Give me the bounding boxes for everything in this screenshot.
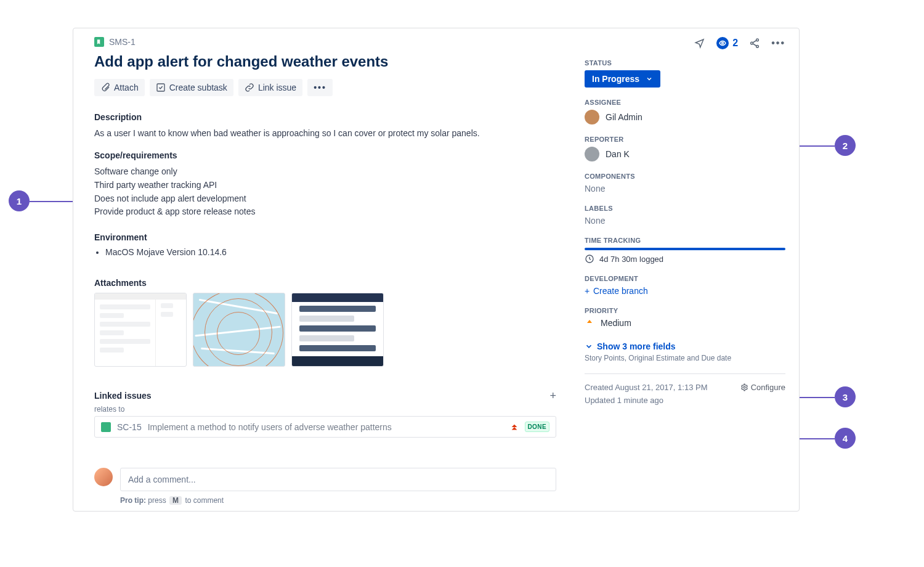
attach-label: Attach [114, 83, 139, 92]
components-value[interactable]: None [585, 184, 785, 194]
configure-button[interactable]: Configure [740, 383, 785, 392]
chevron-down-icon [646, 75, 653, 83]
create-branch-link[interactable]: +Create branch [585, 286, 785, 296]
status-dropdown[interactable]: In Progress [585, 70, 660, 88]
scope-item: Software change only [94, 165, 556, 179]
share-icon[interactable] [749, 38, 760, 49]
updated-date: Updated 1 minute ago [585, 396, 785, 405]
reporter-label: REPORTER [585, 136, 785, 143]
configure-label: Configure [751, 383, 785, 392]
linked-issue-key: SC-15 [117, 422, 142, 432]
link-label: Link issue [258, 83, 296, 92]
clock-icon [585, 254, 594, 264]
linked-issues-heading: Linked issues [94, 391, 152, 401]
created-date: Created August 21, 2017, 1:13 PM [585, 383, 707, 392]
callout-3: 3 [835, 386, 856, 407]
priority-medium-icon [585, 318, 594, 328]
callout-2: 2 [835, 135, 856, 156]
reporter-avatar [585, 147, 599, 161]
description-heading: Description [94, 112, 556, 122]
priority-field[interactable]: Medium [585, 318, 785, 328]
linked-issue-type-icon [101, 422, 111, 432]
priority-label: PRIORITY [585, 307, 785, 314]
development-label: DEVELOPMENT [585, 275, 785, 282]
svg-point-0 [722, 43, 724, 44]
assignee-name: Gil Admin [606, 112, 642, 122]
scope-heading: Scope/requirements [94, 150, 556, 160]
watchers-button[interactable]: 2 [716, 37, 738, 49]
priority-value: Medium [601, 318, 631, 328]
linked-issue-status: DONE [525, 422, 550, 432]
more-toolbar-button[interactable]: ••• [307, 79, 333, 96]
linked-issue-priority-icon [510, 423, 519, 431]
chevron-down-icon [585, 342, 593, 351]
issue-view-window: 2 ••• SMS-1 Add app alert for changed we… [73, 28, 800, 512]
comment-pro-tip: Pro tip: press M to comment [120, 496, 556, 505]
timetracking-label: TIME TRACKING [585, 237, 785, 244]
watchers-count: 2 [732, 38, 738, 49]
environment-heading: Environment [94, 232, 556, 242]
reporter-name: Dan K [606, 149, 630, 159]
callout-4-lead [795, 438, 835, 439]
scope-list[interactable]: Software change only Third party weather… [94, 165, 556, 219]
comment-area: Add a comment... Pro tip: press M to com… [94, 468, 556, 505]
show-more-hint: Story Points, Original Estimate and Due … [585, 354, 785, 362]
issue-type-icon [94, 37, 104, 47]
labels-value[interactable]: None [585, 216, 785, 226]
sidebar-divider [585, 373, 785, 374]
callout-1: 1 [9, 190, 30, 211]
scope-item: Provide product & app store release note… [94, 205, 556, 219]
attach-button[interactable]: Attach [94, 79, 145, 96]
attachment-thumb[interactable] [291, 293, 384, 367]
timetracking-field[interactable]: 4d 7h 30m logged [585, 254, 785, 264]
assignee-avatar [585, 110, 599, 124]
labels-label: LABELS [585, 205, 785, 212]
attachments-list [94, 293, 556, 367]
main-content: SMS-1 Add app alert for changed weather … [73, 28, 577, 511]
feedback-icon[interactable] [694, 38, 705, 49]
reporter-field[interactable]: Dan K [585, 147, 785, 161]
timetracking-value: 4d 7h 30m logged [599, 255, 663, 264]
subtask-label: Create subtask [169, 83, 227, 92]
more-actions-icon[interactable]: ••• [771, 38, 785, 49]
link-relation-label: relates to [94, 405, 556, 414]
eye-icon [716, 37, 729, 49]
header-actions: 2 ••• [694, 37, 785, 49]
gear-icon [740, 383, 748, 391]
description-text[interactable]: As a user I want to know when bad weathe… [94, 127, 556, 139]
scope-item: Does not include app alert development [94, 192, 556, 206]
details-sidebar: STATUS In Progress ASSIGNEE Gil Admin RE… [577, 28, 799, 511]
status-value: In Progress [592, 74, 639, 84]
svg-rect-4 [157, 84, 164, 91]
environment-item: MacOS Mojave Version 10.14.6 [105, 247, 556, 257]
issue-title[interactable]: Add app alert for changed weather events [94, 53, 556, 70]
svg-point-6 [744, 386, 745, 388]
attachment-thumb[interactable] [193, 293, 285, 367]
comment-input[interactable]: Add a comment... [120, 468, 556, 491]
assignee-field[interactable]: Gil Admin [585, 110, 785, 124]
callout-4: 4 [835, 428, 856, 449]
environment-list[interactable]: MacOS Mojave Version 10.14.6 [105, 247, 556, 257]
show-more-label: Show 3 more fields [597, 341, 676, 351]
breadcrumb[interactable]: SMS-1 [94, 37, 556, 47]
attachment-thumb[interactable] [94, 293, 187, 367]
current-user-avatar [94, 468, 113, 486]
link-issue-button[interactable]: Link issue [238, 79, 302, 96]
attachments-heading: Attachments [94, 278, 556, 288]
status-label: STATUS [585, 59, 785, 67]
add-linked-issue-button[interactable]: + [549, 390, 556, 401]
issue-key: SMS-1 [109, 37, 136, 47]
linked-issue-summary: Implement a method to notify users of ad… [148, 422, 504, 432]
linked-issue-row[interactable]: SC-15 Implement a method to notify users… [94, 416, 556, 438]
issue-toolbar: Attach Create subtask Link issue ••• [94, 79, 556, 96]
components-label: COMPONENTS [585, 173, 785, 180]
show-more-fields-button[interactable]: Show 3 more fields [585, 341, 785, 351]
timetracking-bar [585, 248, 785, 250]
scope-item: Third party weather tracking API [94, 179, 556, 192]
create-subtask-button[interactable]: Create subtask [150, 79, 233, 96]
assignee-label: ASSIGNEE [585, 99, 785, 106]
